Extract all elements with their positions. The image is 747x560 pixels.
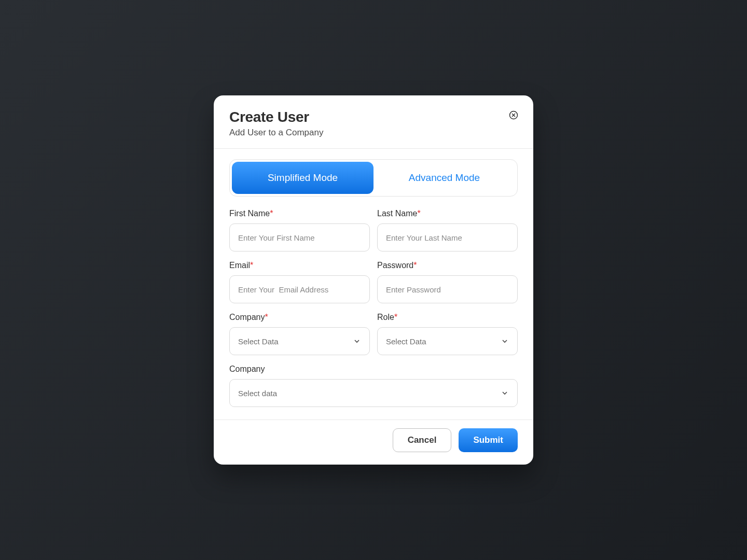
label-email: Email*: [229, 261, 370, 270]
modal-title: Create User: [229, 109, 518, 125]
company2-select[interactable]: Select data: [229, 379, 518, 407]
required-marker: *: [394, 313, 397, 321]
company2-select-value: Select data: [238, 389, 277, 398]
role-select[interactable]: Select Data: [377, 327, 518, 355]
field-company: Company* Select Data: [229, 313, 370, 355]
required-marker: *: [417, 209, 420, 218]
field-email: Email*: [229, 261, 370, 303]
modal-header: Create User Add User to a Company: [214, 95, 533, 149]
password-input[interactable]: [377, 275, 518, 303]
label-role: Role*: [377, 313, 518, 322]
field-last-name: Last Name*: [377, 209, 518, 251]
label-last-name: Last Name*: [377, 209, 518, 218]
tab-simplified-mode[interactable]: Simplified Mode: [232, 162, 374, 194]
cancel-button[interactable]: Cancel: [393, 428, 452, 452]
role-select-value: Select Data: [386, 337, 426, 346]
label-company-2: Company: [229, 365, 518, 374]
tab-advanced-mode[interactable]: Advanced Mode: [374, 162, 515, 194]
first-name-input[interactable]: [229, 223, 370, 251]
form-grid: First Name* Last Name* Email* Password*: [229, 209, 518, 407]
modal-footer: Cancel Submit: [214, 419, 533, 465]
label-password: Password*: [377, 261, 518, 270]
chevron-down-icon: [501, 337, 509, 345]
modal-body: Simplified Mode Advanced Mode First Name…: [214, 149, 533, 419]
required-marker: *: [270, 209, 273, 218]
company-select[interactable]: Select Data: [229, 327, 370, 355]
mode-toggle: Simplified Mode Advanced Mode: [229, 159, 518, 197]
chevron-down-icon: [501, 389, 509, 397]
create-user-modal: Create User Add User to a Company Simpli…: [214, 95, 533, 465]
close-icon: [509, 110, 518, 120]
field-company-2: Company Select data: [229, 365, 518, 407]
submit-button[interactable]: Submit: [459, 428, 518, 452]
field-first-name: First Name*: [229, 209, 370, 251]
email-input[interactable]: [229, 275, 370, 303]
chevron-down-icon: [353, 337, 361, 345]
required-marker: *: [265, 313, 268, 321]
required-marker: *: [413, 261, 417, 270]
label-company: Company*: [229, 313, 370, 322]
modal-subtitle: Add User to a Company: [229, 128, 518, 138]
field-password: Password*: [377, 261, 518, 303]
last-name-input[interactable]: [377, 223, 518, 251]
label-first-name: First Name*: [229, 209, 370, 218]
close-button[interactable]: [508, 110, 519, 120]
required-marker: *: [250, 261, 253, 270]
company-select-value: Select Data: [238, 337, 279, 346]
field-role: Role* Select Data: [377, 313, 518, 355]
